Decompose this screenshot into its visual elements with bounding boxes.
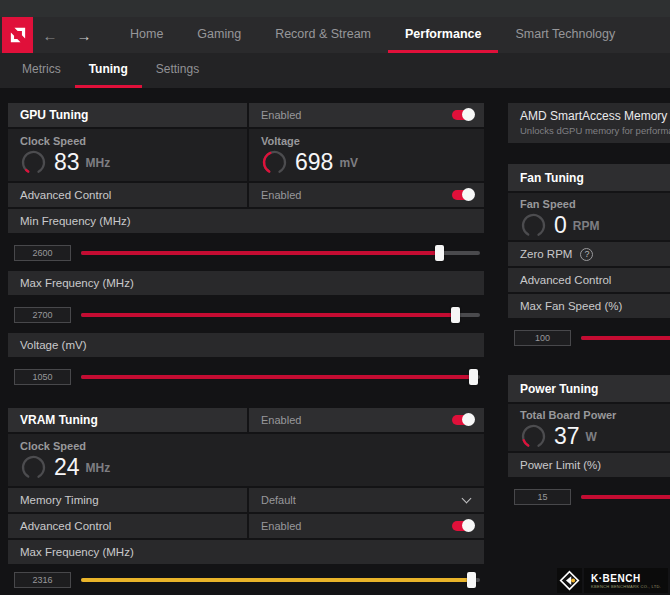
memory-timing-value: Default bbox=[261, 494, 296, 506]
voltage-slider-row bbox=[8, 359, 484, 395]
total-board-power-unit: W bbox=[586, 430, 597, 444]
chevron-down-icon[interactable] bbox=[462, 494, 472, 504]
max-fan-speed-slider[interactable] bbox=[581, 336, 670, 340]
max-frequency-slider[interactable] bbox=[81, 313, 480, 317]
vram-tuning-title: VRAM Tuning bbox=[20, 413, 98, 427]
gpu-tuning-title: GPU Tuning bbox=[20, 108, 88, 122]
gpu-tuning-header-row: GPU Tuning Enabled bbox=[8, 103, 484, 127]
vram-tuning-toggle[interactable] bbox=[452, 415, 474, 425]
min-frequency-label-row: Min Frequency (MHz) bbox=[8, 209, 484, 233]
advanced-control-enabled-label: Enabled bbox=[261, 189, 301, 201]
toggle-knob bbox=[462, 108, 475, 121]
fan-speed-value: 0 bbox=[554, 212, 567, 239]
nav-item-smart-technology[interactable]: Smart Technology bbox=[498, 17, 632, 53]
max-frequency-slider-row bbox=[8, 297, 484, 333]
vram-max-frequency-label-row: Max Frequency (MHz) bbox=[8, 540, 484, 564]
vram-tuning-enabled-label: Enabled bbox=[261, 414, 301, 426]
nav-item-home[interactable]: Home bbox=[113, 17, 180, 53]
power-limit-slider[interactable] bbox=[581, 495, 670, 499]
power-limit-label-row: Power Limit (%) bbox=[508, 453, 670, 477]
fan-tuning-title: Fan Tuning bbox=[520, 171, 584, 185]
gpu-gauges-row: Clock Speed 83 MHz Voltage bbox=[8, 129, 484, 181]
slider-thumb[interactable] bbox=[469, 369, 478, 385]
power-limit-input[interactable] bbox=[514, 489, 571, 505]
vram-max-frequency-label: Max Frequency (MHz) bbox=[20, 546, 134, 558]
vram-clock-label: Clock Speed bbox=[20, 440, 86, 452]
power-limit-slider-row bbox=[508, 479, 670, 515]
nav-item-record-stream[interactable]: Record & Stream bbox=[258, 17, 388, 53]
max-fan-speed-input[interactable] bbox=[514, 330, 571, 346]
min-frequency-label: Min Frequency (MHz) bbox=[20, 215, 131, 227]
gpu-tuning-enabled-label: Enabled bbox=[261, 109, 301, 121]
power-tuning-header: Power Tuning bbox=[508, 375, 670, 402]
fan-power-panel: AMD SmartAccess Memory ? Unlocks dGPU me… bbox=[508, 103, 670, 515]
clock-speed-unit: MHz bbox=[86, 156, 111, 170]
voltage-slider-label: Voltage (mV) bbox=[20, 339, 86, 351]
slider-thumb[interactable] bbox=[451, 307, 460, 323]
smartaccess-memory-subtitle: Unlocks dGPU memory for performance bbox=[520, 125, 670, 136]
max-fan-speed-slider-row bbox=[508, 320, 670, 356]
gpu-advanced-control-toggle[interactable] bbox=[452, 190, 474, 200]
power-tuning-title: Power Tuning bbox=[520, 382, 598, 396]
tab-settings[interactable]: Settings bbox=[142, 53, 213, 88]
fan-advanced-control-label: Advanced Control bbox=[520, 274, 611, 286]
min-frequency-slider[interactable] bbox=[81, 251, 480, 255]
max-frequency-label: Max Frequency (MHz) bbox=[20, 277, 134, 289]
toggle-knob bbox=[462, 413, 475, 426]
vram-max-frequency-slider[interactable] bbox=[81, 578, 480, 582]
gpu-vram-panel: GPU Tuning Enabled Clock Speed 83 MH bbox=[8, 103, 484, 594]
kbench-subtitle: KBENCH BENCHMARK CO., LTD. bbox=[591, 584, 661, 589]
fan-speed-unit: RPM bbox=[573, 219, 600, 233]
voltage-input[interactable] bbox=[14, 369, 71, 385]
amd-arrow-glyph bbox=[8, 25, 28, 45]
amd-logo-icon[interactable] bbox=[2, 17, 33, 53]
vram-tuning-header-row: VRAM Tuning Enabled bbox=[8, 408, 484, 432]
voltage-unit: mV bbox=[339, 156, 358, 170]
fan-speed-label: Fan Speed bbox=[520, 198, 670, 210]
smartaccess-memory-card: AMD SmartAccess Memory ? Unlocks dGPU me… bbox=[508, 103, 670, 143]
voltage-slider[interactable] bbox=[81, 375, 480, 379]
kbench-logo-icon bbox=[557, 568, 582, 593]
vram-max-frequency-input[interactable] bbox=[14, 572, 71, 588]
slider-fill bbox=[81, 251, 440, 255]
slider-fill bbox=[581, 336, 670, 340]
gpu-tuning-toggle[interactable] bbox=[452, 110, 474, 120]
total-board-power-label: Total Board Power bbox=[520, 409, 670, 421]
max-frequency-input[interactable] bbox=[14, 307, 71, 323]
vram-advanced-control-row: Advanced Control Enabled bbox=[8, 514, 484, 538]
slider-thumb[interactable] bbox=[435, 245, 444, 261]
vram-clock-unit: MHz bbox=[86, 461, 111, 475]
max-frequency-label-row: Max Frequency (MHz) bbox=[8, 271, 484, 295]
back-arrow-icon[interactable]: ← bbox=[33, 17, 67, 53]
min-frequency-input[interactable] bbox=[14, 245, 71, 261]
slider-fill bbox=[581, 495, 670, 499]
tab-metrics[interactable]: Metrics bbox=[8, 53, 75, 88]
vram-advanced-control-toggle[interactable] bbox=[452, 521, 474, 531]
fan-advanced-control-row: Advanced Control bbox=[508, 268, 670, 292]
vram-clock-value: 24 bbox=[54, 454, 80, 481]
nav-item-performance[interactable]: Performance bbox=[388, 17, 498, 53]
clock-speed-gauge-icon bbox=[20, 149, 47, 176]
slider-fill bbox=[81, 375, 474, 379]
fan-speed-row: Fan Speed 0 RPM bbox=[508, 193, 670, 240]
tab-tuning[interactable]: Tuning bbox=[75, 53, 142, 88]
memory-timing-row: Memory Timing Default bbox=[8, 488, 484, 512]
voltage-value: 698 bbox=[295, 149, 333, 176]
voltage-gauge-icon bbox=[261, 149, 288, 176]
slider-fill bbox=[81, 578, 472, 582]
clock-speed-value: 83 bbox=[54, 149, 80, 176]
main-navbar: ← → Home Gaming Record & Stream Performa… bbox=[0, 17, 670, 53]
fan-speed-gauge-icon bbox=[520, 212, 547, 239]
slider-thumb[interactable] bbox=[467, 572, 476, 588]
help-icon[interactable]: ? bbox=[580, 248, 593, 261]
nav-item-gaming[interactable]: Gaming bbox=[180, 17, 258, 53]
advanced-control-label: Advanced Control bbox=[20, 189, 111, 201]
memory-timing-dropdown[interactable]: Default bbox=[249, 488, 484, 512]
toggle-knob bbox=[462, 188, 475, 201]
smartaccess-memory-title: AMD SmartAccess Memory bbox=[520, 109, 667, 123]
zero-rpm-row: Zero RPM ? bbox=[508, 242, 670, 266]
vram-clock-gauge-icon bbox=[20, 454, 47, 481]
vram-clock-row: Clock Speed 24 MHz bbox=[8, 434, 484, 486]
forward-arrow-icon[interactable]: → bbox=[67, 17, 101, 53]
titlebar bbox=[0, 0, 670, 17]
